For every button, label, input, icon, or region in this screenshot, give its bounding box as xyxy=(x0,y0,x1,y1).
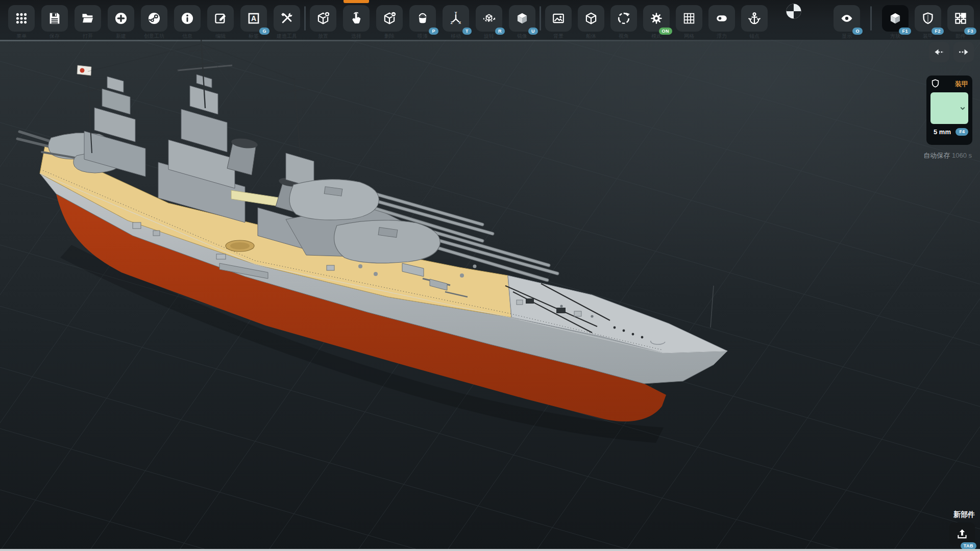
cube-solid-button[interactable]: F1 xyxy=(882,5,909,32)
hotkey-badge: R xyxy=(495,28,505,35)
cube-outline-icon xyxy=(584,11,598,26)
toolbar-item-anchor: 锚点 xyxy=(741,5,768,39)
new-part-hotkey-badge: TAB xyxy=(961,542,976,549)
grid-lines-button[interactable] xyxy=(676,5,702,32)
toolbar-item-gear: ON模式 xyxy=(643,5,670,39)
toolbar-item-label: 新建 xyxy=(116,33,126,39)
toolbar-item-cube-remove: 删除 xyxy=(376,5,403,39)
gear-button[interactable]: ON xyxy=(643,5,670,32)
tools-button[interactable] xyxy=(274,5,300,32)
undo-arrow-icon xyxy=(933,46,945,58)
move-axes-button[interactable]: YZXT xyxy=(443,5,469,32)
battleship-model xyxy=(0,0,980,551)
modules-button[interactable]: F3 xyxy=(947,5,974,32)
toolbar-item-save: 保存 xyxy=(41,5,68,39)
toolbar-item-cube-rotate: R旋转 xyxy=(476,5,502,39)
apps-grid-icon xyxy=(14,11,29,26)
info-button[interactable] xyxy=(174,5,201,32)
image-button[interactable] xyxy=(545,5,572,32)
new-part-label: 新部件 xyxy=(949,510,975,519)
toolbar-item-cube-solid: F1方块 xyxy=(882,5,909,39)
grid-horizon-line xyxy=(0,40,980,41)
toolbar-item-eye: O显示 xyxy=(834,5,860,39)
active-tool-indicator xyxy=(344,0,369,3)
toolbar-item-label: 显示 xyxy=(842,33,852,39)
hotkey-badge: F1 xyxy=(899,28,911,35)
cube-remove-button[interactable] xyxy=(376,5,403,32)
top-toolbar: 菜单保存打开新建创意工坊信息编辑AG标签建造工具放置选择删除P喷漆YZXT移动R… xyxy=(0,0,980,40)
toolbar-item-label: 浮力 xyxy=(717,33,727,39)
folder-open-button[interactable] xyxy=(75,5,101,32)
steam-icon xyxy=(147,11,161,26)
edit-icon xyxy=(213,11,228,26)
hotkey-badge: F2 xyxy=(932,28,944,35)
cube-outline-button[interactable] xyxy=(578,5,604,32)
toolbar-group: O显示 xyxy=(834,5,860,39)
toolbar-item-label: 方块 xyxy=(890,33,900,39)
autosave-status: 自动保存 1060 s xyxy=(923,151,972,160)
bottom-panel-handle[interactable] xyxy=(0,549,980,551)
toolbar-item-capsule: 浮力 xyxy=(708,5,735,39)
toolbar-item-label: 创意工坊 xyxy=(144,33,164,39)
eye-button[interactable]: O xyxy=(834,5,860,32)
toolbar-item-label: 锚点 xyxy=(749,33,760,39)
save-button[interactable] xyxy=(41,5,68,32)
armor-panel: 装甲 5 mm F4 xyxy=(926,76,972,145)
toolbar-item-modules: F3部件 xyxy=(947,5,974,39)
armor-thickness-value: 5 mm xyxy=(930,128,951,136)
paint-bucket-button[interactable]: P xyxy=(409,5,436,32)
hotkey-badge: G xyxy=(259,28,270,35)
text-label-icon: A xyxy=(247,11,261,26)
edit-button[interactable] xyxy=(207,5,234,32)
armor-panel-title: 装甲 xyxy=(955,80,968,89)
steam-button[interactable] xyxy=(141,5,167,32)
anchor-button[interactable] xyxy=(741,5,768,32)
armor-panel-footer: 5 mm F4 xyxy=(930,128,968,136)
cube-add-icon xyxy=(316,11,330,26)
autosave-label: 自动保存 xyxy=(923,152,950,159)
toolbar-item-label: 喷漆 xyxy=(418,33,428,39)
cube-add-button[interactable] xyxy=(310,5,336,32)
toolbar-item-label: 放置 xyxy=(318,33,328,39)
add-circle-icon xyxy=(114,11,128,26)
cube-remove-icon xyxy=(382,11,397,26)
save-icon xyxy=(47,11,62,26)
add-circle-button[interactable] xyxy=(108,5,134,32)
hand-select-button[interactable] xyxy=(343,5,370,32)
refresh-button[interactable] xyxy=(610,5,637,32)
app-window: 菜单保存打开新建创意工坊信息编辑AG标签建造工具放置选择删除P喷漆YZXT移动R… xyxy=(0,0,980,551)
toolbar-left-groups: 菜单保存打开新建创意工坊信息编辑AG标签建造工具放置选择删除P喷漆YZXT移动R… xyxy=(8,5,768,39)
toolbar-item-shield: F2装甲 xyxy=(915,5,941,39)
svg-text:X: X xyxy=(459,21,461,24)
toolbar-item-label: 保存 xyxy=(50,33,60,39)
cube-rotate-button[interactable]: R xyxy=(476,5,502,32)
toolbar-item-folder-open: 打开 xyxy=(75,5,101,39)
redo-arrow-icon xyxy=(958,46,970,58)
shield-button[interactable]: F2 xyxy=(915,5,941,32)
toolbar-item-label: 旋转 xyxy=(484,33,494,39)
toolbar-item-image: 背景 xyxy=(545,5,572,39)
redo-button[interactable] xyxy=(953,42,974,62)
info-icon xyxy=(180,11,194,26)
undo-button[interactable] xyxy=(929,42,949,62)
paint-bucket-icon xyxy=(415,11,430,26)
grid-lines-icon xyxy=(682,11,696,26)
text-label-button[interactable]: AG xyxy=(240,5,267,32)
toolbar-divider xyxy=(304,6,306,31)
toolbar-item-label: 船体 xyxy=(586,33,596,39)
armor-color-dropdown[interactable] xyxy=(930,92,968,124)
svg-text:A: A xyxy=(251,14,256,22)
new-part-button[interactable]: TAB xyxy=(949,522,975,546)
capsule-button[interactable] xyxy=(708,5,735,32)
shield-icon xyxy=(930,79,940,90)
toolbar-item-info: 信息 xyxy=(174,5,201,39)
hand-select-icon xyxy=(349,11,363,26)
apps-grid-button[interactable] xyxy=(8,5,35,32)
viewport-3d[interactable] xyxy=(0,40,980,551)
toolbar-item-label: 装甲 xyxy=(923,33,933,39)
cube-solid-button[interactable]: U xyxy=(509,5,535,32)
toolbar-item-label: 网格 xyxy=(684,33,694,39)
toolbar-item-cube-solid: U镜像 xyxy=(509,5,535,39)
toolbar-item-cube-add: 放置 xyxy=(310,5,336,39)
chevron-down-icon xyxy=(958,104,967,113)
